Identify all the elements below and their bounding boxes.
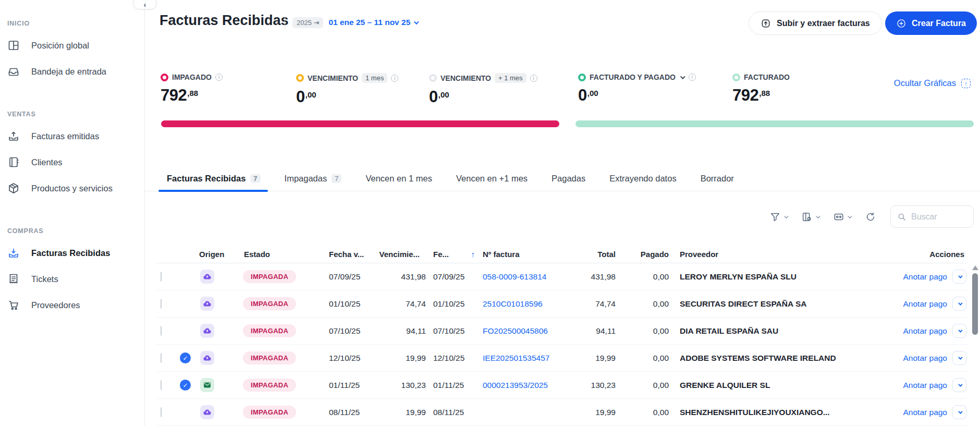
origin-mail-icon <box>200 378 214 392</box>
fecha-v-cell: 01/10/25 <box>327 299 370 309</box>
tab-label: Pagadas <box>552 174 585 184</box>
tab-vencen-mas-1-mes[interactable]: Vencen en +1 mes <box>456 166 528 191</box>
row-actions-dropdown-button[interactable] <box>952 405 966 419</box>
scroll-up-arrow-icon[interactable] <box>972 265 978 270</box>
stat-badge: + 1 mes <box>495 73 526 83</box>
row-checkbox[interactable] <box>161 272 162 282</box>
status-badge: IMPAGADA <box>243 379 296 392</box>
row-checkbox[interactable] <box>161 380 162 390</box>
search-input[interactable] <box>911 212 958 222</box>
tab-facturas-recibidas[interactable]: Facturas Recibidas 7 <box>167 166 261 191</box>
hide-charts-link[interactable]: Ocultar Gráficas ↑ <box>894 78 971 88</box>
origin-cell <box>196 405 241 419</box>
verified-cell: ✓ <box>175 298 196 309</box>
tab-vencen-1-mes[interactable]: Vencen en 1 mes <box>365 166 432 191</box>
invoice-link[interactable]: 2510C01018596 <box>483 299 543 308</box>
row-width-button[interactable] <box>833 211 851 223</box>
status-ring-icon <box>732 74 740 81</box>
estado-cell: IMPAGADA <box>241 379 327 392</box>
tab-pagadas[interactable]: Pagadas <box>552 166 585 191</box>
stat-label: IMPAGADO <box>172 73 212 81</box>
upload-button-label: Subir y extraer facturas <box>777 19 870 28</box>
upload-extract-button[interactable]: Subir y extraer facturas <box>749 11 882 35</box>
invoice-link[interactable]: 058-0009-613814 <box>483 272 546 281</box>
year-badge[interactable]: 2025 ⇥ <box>292 17 323 28</box>
upload-icon <box>761 18 771 29</box>
sidebar-item-bandeja-entrada[interactable]: Bandeja de entrada <box>6 58 139 84</box>
total-cell: 74,74 <box>574 299 623 309</box>
sidebar-item-tickets[interactable]: Tickets <box>6 266 139 292</box>
tab-extrayendo-datos[interactable]: Extrayendo datos <box>609 166 676 191</box>
pagado-cell: 0,00 <box>623 326 676 336</box>
row-actions-dropdown-button[interactable] <box>952 351 966 365</box>
hide-charts-label: Ocultar Gráficas <box>894 78 956 88</box>
plus-circle-icon <box>896 18 906 29</box>
header-proveedor[interactable]: Proveedor <box>676 250 889 259</box>
checkbox-cell <box>156 272 175 282</box>
record-payment-link[interactable]: Anotar pago <box>903 299 947 309</box>
status-badge: IMPAGADA <box>243 324 296 337</box>
row-checkbox[interactable] <box>161 407 162 417</box>
invoice-link[interactable]: FO202500045806 <box>483 326 548 335</box>
sidebar: INICIO Posición global Bandeja de entrad… <box>0 0 145 426</box>
header-estado[interactable]: Estado <box>241 250 327 259</box>
refresh-button[interactable] <box>865 211 876 223</box>
verified-cell: ✓ <box>175 407 196 418</box>
tab-impagadas[interactable]: Impagadas 7 <box>285 166 342 191</box>
header-total[interactable]: Total <box>574 250 623 259</box>
info-icon[interactable]: i <box>391 75 398 82</box>
row-checkbox[interactable] <box>161 299 162 309</box>
filter-button[interactable] <box>769 211 787 223</box>
width-arrows-icon <box>833 211 844 223</box>
sidebar-item-productos-servicios[interactable]: Productos y servicios <box>6 175 139 201</box>
table-header-row: Origen Estado Fecha v... Vencimie... Fe.… <box>156 245 967 263</box>
info-icon[interactable]: i <box>530 75 537 82</box>
header-origen[interactable]: Origen <box>196 250 241 259</box>
header-vencimiento[interactable]: Vencimie... <box>370 250 427 259</box>
record-payment-link[interactable]: Anotar pago <box>903 326 947 336</box>
sidebar-item-facturas-emitidas[interactable]: Facturas emitidas <box>6 123 139 149</box>
info-icon[interactable]: i <box>689 74 696 81</box>
sidebar-item-proveedores[interactable]: Proveedores <box>6 292 139 318</box>
row-checkbox[interactable] <box>161 326 162 336</box>
invoice-link[interactable]: 0000213953/2025 <box>483 381 548 390</box>
columns-button[interactable] <box>801 211 819 223</box>
sidebar-item-label: Proveedores <box>31 300 80 310</box>
record-payment-link[interactable]: Anotar pago <box>903 272 947 282</box>
num-factura-cell: 2510C01018596 <box>475 299 574 309</box>
row-actions-dropdown-button[interactable] <box>952 378 966 392</box>
row-checkbox[interactable] <box>161 353 162 363</box>
tab-borrador[interactable]: Borrador <box>701 166 734 191</box>
num-factura-cell: 058-0009-613814 <box>475 272 574 282</box>
fecha-cell: 12/10/25 <box>427 354 475 363</box>
verified-cell: ✓ <box>175 271 196 282</box>
stat-vencimiento-1mes: VENCIMIENTO 1 mes i 0,00 <box>296 73 398 106</box>
date-range-selector[interactable]: 01 ene 25 – 11 nov 25 <box>328 18 418 27</box>
invoice-link[interactable]: IEE202501535457 <box>483 354 549 362</box>
stat-value: 0,00 <box>578 86 696 105</box>
actions-cell: Anotar pago <box>889 270 967 284</box>
header-num-factura[interactable]: Nº factura <box>475 250 574 259</box>
sort-ascending-icon[interactable]: ↑ <box>471 250 475 259</box>
record-payment-link[interactable]: Anotar pago <box>903 354 947 363</box>
sidebar-item-label: Bandeja de entrada <box>31 67 106 77</box>
scrollbar-thumb[interactable] <box>972 273 978 335</box>
proveedor-cell: SECURITAS DIRECT ESPAÑA SA <box>676 299 889 309</box>
chevron-down-icon[interactable] <box>680 74 685 79</box>
row-actions-dropdown-button[interactable] <box>952 270 966 284</box>
record-payment-link[interactable]: Anotar pago <box>903 381 947 390</box>
collapse-sidebar-button[interactable]: ‹ <box>133 0 156 9</box>
sidebar-item-posicion-global[interactable]: Posición global <box>6 32 139 58</box>
vertical-scrollbar[interactable] <box>972 263 978 426</box>
sidebar-item-facturas-recibidas[interactable]: Facturas Recibidas <box>6 240 139 266</box>
create-invoice-button[interactable]: Crear Factura <box>885 11 977 35</box>
header-fecha[interactable]: Fe... ↑ <box>427 250 475 259</box>
header-fecha-v[interactable]: Fecha v... <box>327 250 370 259</box>
row-actions-dropdown-button[interactable] <box>952 297 966 311</box>
record-payment-link[interactable]: Anotar pago <box>903 408 947 417</box>
row-actions-dropdown-button[interactable] <box>952 324 966 338</box>
header-pagado[interactable]: Pagado <box>623 250 676 259</box>
sidebar-item-clientes[interactable]: Clientes <box>6 149 139 175</box>
info-icon[interactable]: i <box>215 74 223 81</box>
pagado-cell: 0,00 <box>623 381 676 390</box>
